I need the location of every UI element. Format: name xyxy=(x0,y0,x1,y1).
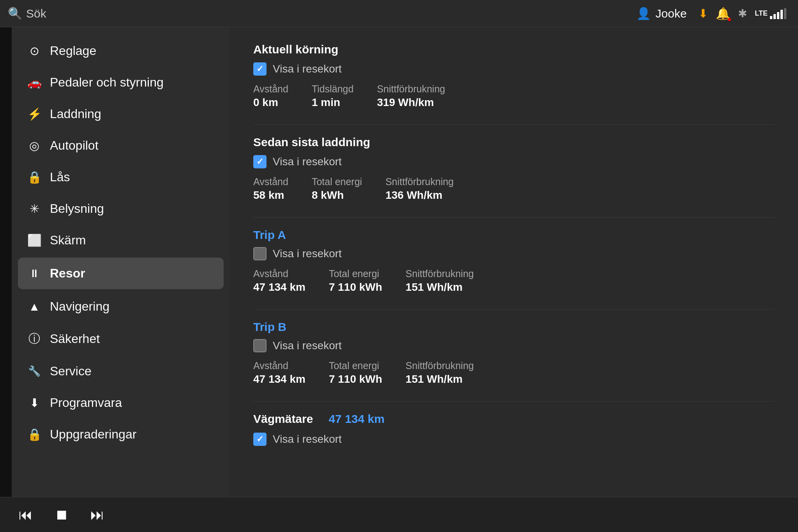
lightning-icon: ⚡ xyxy=(27,107,41,121)
trip-b-stat-avstand: Avstånd 47 134 km xyxy=(253,360,305,385)
aktuell-tidslangd-label: Tidslängd xyxy=(312,83,353,95)
aktuell-snitt-label: Snittförbrukning xyxy=(377,83,445,95)
section-sedan: Sedan sista laddning ✓ Visa i resekort A… xyxy=(253,136,775,201)
trip-b-avstand-value: 47 134 km xyxy=(253,373,305,385)
sedan-avstand-label: Avstånd xyxy=(253,176,288,187)
section-vagmatare: Vägmätare 47 134 km ✓ Visa i resekort xyxy=(253,412,775,446)
sidebar-item-uppgraderingar[interactable]: 🔒 Uppgraderingar xyxy=(12,419,230,450)
trips-icon: ⏸ xyxy=(27,267,41,280)
user-info: 👤 Jooke xyxy=(636,7,687,20)
sidebar-item-laddning[interactable]: ⚡ Laddning xyxy=(12,98,230,130)
sedan-title: Sedan sista laddning xyxy=(253,136,775,149)
trip-a-snitt-label: Snittförbrukning xyxy=(406,268,474,279)
search-area[interactable]: 🔍 Sök xyxy=(8,7,46,20)
trip-b-stat-snitt: Snittförbrukning 151 Wh/km xyxy=(406,360,474,385)
sidebar-item-navigering[interactable]: ▲ Navigering xyxy=(12,291,230,322)
sidebar-item-las[interactable]: 🔒 Lås xyxy=(12,161,230,193)
sidebar-label-uppgraderingar: Uppgraderingar xyxy=(50,427,136,442)
sidebar-item-skarm[interactable]: ⬜ Skärm xyxy=(12,224,230,256)
checkmark-icon: ✓ xyxy=(256,64,263,74)
trip-a-stat-avstand: Avstånd 47 134 km xyxy=(253,268,305,293)
sidebar-item-programvara[interactable]: ⬇ Programvara xyxy=(12,387,230,419)
sidebar-item-belysning[interactable]: ✳ Belysning xyxy=(12,193,230,224)
aktuell-title: Aktuell körning xyxy=(253,43,775,56)
bell-notification-dot xyxy=(728,18,731,21)
aktuell-stat-tidslangd: Tidslängd 1 min xyxy=(312,83,353,109)
sedan-stat-snitt: Snittförbrukning 136 Wh/km xyxy=(385,176,454,201)
aktuell-stat-snitt: Snittförbrukning 319 Wh/km xyxy=(377,83,445,109)
signal-bar-5 xyxy=(784,8,786,19)
screen-icon: ⬜ xyxy=(27,233,41,247)
trip-a-stats: Avstånd 47 134 km Total energi 7 110 kWh… xyxy=(253,268,775,293)
sidebar-item-pedaler[interactable]: 🚗 Pedaler och styrning xyxy=(12,67,230,98)
trip-b-checkbox[interactable] xyxy=(253,339,267,352)
sidebar-label-belysning: Belysning xyxy=(50,201,104,216)
sidebar-label-autopilot: Autopilot xyxy=(50,138,99,153)
bell-container: 🔔 xyxy=(716,7,730,20)
vagmatare-checkbox[interactable]: ✓ xyxy=(253,433,267,446)
trip-a-avstand-label: Avstånd xyxy=(253,268,305,279)
trip-a-checkbox[interactable] xyxy=(253,247,267,260)
signal-bar-3 xyxy=(777,12,779,19)
signal-bar-4 xyxy=(780,10,783,19)
trip-a-checkbox-row[interactable]: Visa i resekort xyxy=(253,247,775,260)
left-edge xyxy=(0,27,12,497)
media-stop-button[interactable]: ⏹ xyxy=(51,504,72,526)
aktuell-avstand-label: Avstånd xyxy=(253,83,288,95)
sidebar-label-resor: Resor xyxy=(50,266,85,281)
download-icon: ⬇ xyxy=(698,7,708,20)
trip-a-energi-label: Total energi xyxy=(329,268,382,279)
aktuell-checkbox-row[interactable]: ✓ Visa i resekort xyxy=(253,62,775,76)
section-trip-a: Trip A Visa i resekort Avstånd 47 134 km… xyxy=(253,228,775,293)
sidebar-label-las: Lås xyxy=(50,170,70,184)
sidebar-item-sakerhet[interactable]: ⓘ Säkerhet xyxy=(12,322,230,355)
sidebar-label-laddning: Laddning xyxy=(50,107,101,121)
checkmark-icon-5: ✓ xyxy=(256,434,263,444)
sedan-energi-label: Total energi xyxy=(312,176,362,187)
sidebar-item-autopilot[interactable]: ◎ Autopilot xyxy=(12,130,230,161)
sidebar-label-service: Service xyxy=(50,364,92,378)
vagmatare-row: Vägmätare 47 134 km xyxy=(253,412,775,426)
trip-b-avstand-label: Avstånd xyxy=(253,360,305,371)
trip-b-energi-label: Total energi xyxy=(329,360,382,371)
checkmark-icon-2: ✓ xyxy=(256,157,263,167)
sidebar-item-service[interactable]: 🔧 Service xyxy=(12,355,230,387)
sedan-snitt-label: Snittförbrukning xyxy=(385,176,454,187)
divider-1 xyxy=(253,124,775,125)
content-area: Aktuell körning ✓ Visa i resekort Avstån… xyxy=(230,27,798,497)
sedan-checkbox[interactable]: ✓ xyxy=(253,155,267,168)
trip-b-stats: Avstånd 47 134 km Total energi 7 110 kWh… xyxy=(253,360,775,385)
search-icon: 🔍 xyxy=(8,7,22,20)
sidebar-item-resor[interactable]: ⏸ Resor xyxy=(18,258,224,289)
sidebar-label-sakerhet: Säkerhet xyxy=(50,332,100,346)
aktuell-stats: Avstånd 0 km Tidslängd 1 min Snittförbru… xyxy=(253,83,775,109)
safety-icon: ⓘ xyxy=(27,331,41,347)
trip-a-title: Trip A xyxy=(253,228,775,242)
trip-b-title: Trip B xyxy=(253,320,775,334)
sedan-checkbox-row[interactable]: ✓ Visa i resekort xyxy=(253,155,775,168)
aktuell-snitt-value: 319 Wh/km xyxy=(377,96,445,109)
vagmatare-checkbox-row[interactable]: ✓ Visa i resekort xyxy=(253,433,775,446)
trip-b-energi-value: 7 110 kWh xyxy=(329,373,382,385)
media-next-button[interactable]: ⏭ xyxy=(87,504,108,526)
sidebar-label-navigering: Navigering xyxy=(50,299,109,314)
trip-a-stat-energi: Total energi 7 110 kWh xyxy=(329,268,382,293)
light-icon: ✳ xyxy=(27,202,41,216)
sidebar-label-programvara: Programvara xyxy=(50,396,122,410)
sedan-stat-avstand: Avstånd 58 km xyxy=(253,176,288,201)
sidebar: ⊙ Reglage 🚗 Pedaler och styrning ⚡ Laddn… xyxy=(12,27,230,497)
bottom-bar: ⏮ ⏹ ⏭ xyxy=(0,497,798,532)
nav-icon: ▲ xyxy=(27,300,41,313)
trip-a-checkbox-label: Visa i resekort xyxy=(273,247,342,260)
signal-bar-2 xyxy=(773,14,776,19)
vagmatare-checkbox-label: Visa i resekort xyxy=(273,433,342,445)
main-layout: ⊙ Reglage 🚗 Pedaler och styrning ⚡ Laddn… xyxy=(0,27,798,497)
media-prev-button[interactable]: ⏮ xyxy=(16,504,36,526)
trip-b-stat-energi: Total energi 7 110 kWh xyxy=(329,360,382,385)
trip-b-snitt-value: 151 Wh/km xyxy=(406,373,474,385)
divider-2 xyxy=(253,217,775,217)
sidebar-item-reglage[interactable]: ⊙ Reglage xyxy=(12,35,230,67)
aktuell-checkbox[interactable]: ✓ xyxy=(253,62,267,76)
sidebar-label-skarm: Skärm xyxy=(50,233,86,247)
trip-b-checkbox-row[interactable]: Visa i resekort xyxy=(253,339,775,352)
